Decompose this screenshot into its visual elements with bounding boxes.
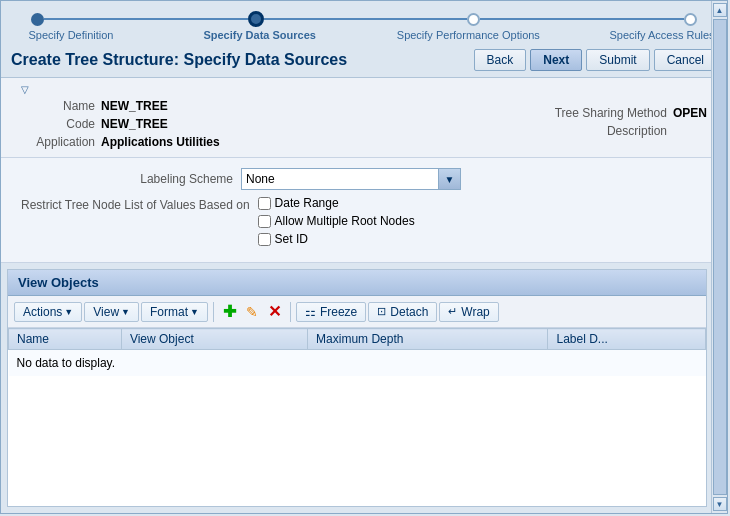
step1-dot (31, 13, 44, 26)
collapse-arrow[interactable]: ▽ (21, 84, 29, 95)
next-button[interactable]: Next (530, 49, 582, 71)
edit-button[interactable]: ✎ (242, 302, 262, 322)
step1-label: Specify Definition (11, 29, 131, 41)
tree-sharing-label: Tree Sharing Method (533, 106, 673, 120)
form-section: Labeling Scheme None ▼ Restrict Tree Nod… (1, 158, 727, 263)
labeling-scheme-select[interactable]: None ▼ (241, 168, 461, 190)
view-button[interactable]: View ▼ (84, 302, 139, 322)
view-objects-section: View Objects Actions ▼ View ▼ Format ▼ ✚… (7, 269, 707, 507)
table-container: Name View Object Maximum Depth Label D..… (8, 328, 706, 506)
no-data-cell: No data to display. (9, 350, 706, 377)
actions-button[interactable]: Actions ▼ (14, 302, 82, 322)
col-max-depth: Maximum Depth (308, 329, 548, 350)
cancel-button[interactable]: Cancel (654, 49, 717, 71)
back-button[interactable]: Back (474, 49, 527, 71)
step4-dot (684, 13, 697, 26)
detach-button[interactable]: ⊡ Detach (368, 302, 437, 322)
table-row: No data to display. (9, 350, 706, 377)
detach-icon: ⊡ (377, 305, 386, 318)
view-objects-header: View Objects (8, 270, 706, 296)
delete-button[interactable]: ✕ (264, 300, 285, 323)
wrap-button[interactable]: ↵ Wrap (439, 302, 498, 322)
multiple-root-nodes-label: Allow Multiple Root Nodes (275, 214, 415, 228)
set-id-label: Set ID (275, 232, 308, 246)
multiple-root-nodes-checkbox[interactable] (258, 215, 271, 228)
step2-dot (248, 11, 264, 27)
page-title: Create Tree Structure: Specify Data Sour… (11, 51, 347, 69)
select-arrow-icon[interactable]: ▼ (438, 169, 460, 189)
wrap-icon: ↵ (448, 305, 457, 318)
format-button[interactable]: Format ▼ (141, 302, 208, 322)
scroll-up-arrow[interactable]: ▲ (713, 3, 727, 17)
connector1 (44, 18, 248, 20)
date-range-label: Date Range (275, 196, 339, 210)
actions-chevron-icon: ▼ (64, 307, 73, 317)
set-id-checkbox[interactable] (258, 233, 271, 246)
page-header: Create Tree Structure: Specify Data Sour… (1, 45, 727, 78)
submit-button[interactable]: Submit (586, 49, 649, 71)
name-value: NEW_TREE (101, 99, 168, 113)
scroll-thumb[interactable] (713, 19, 727, 495)
toolbar-sep1 (213, 302, 214, 322)
col-name: Name (9, 329, 122, 350)
format-chevron-icon: ▼ (190, 307, 199, 317)
connector2 (264, 18, 468, 20)
code-label: Code (21, 117, 101, 131)
step2-label: Specify Data Sources (190, 29, 330, 41)
code-value: NEW_TREE (101, 117, 168, 131)
freeze-label: Freeze (320, 305, 357, 319)
delete-icon: ✕ (268, 302, 281, 321)
freeze-button[interactable]: ⚏ Freeze (296, 302, 366, 322)
step3-label: Specify Performance Options (388, 29, 548, 41)
right-scrollbar: ▲ ▼ (711, 1, 727, 513)
toolbar-sep2 (290, 302, 291, 322)
view-label: View (93, 305, 119, 319)
step4-label: Specify Access Rules (607, 29, 717, 41)
step3-dot (467, 13, 480, 26)
wrap-label: Wrap (461, 305, 489, 319)
info-section: ▽ Name NEW_TREE Code NEW_TREE Applicatio… (1, 78, 727, 158)
add-button[interactable]: ✚ (219, 300, 240, 323)
description-label: Description (533, 124, 673, 138)
toolbar: Actions ▼ View ▼ Format ▼ ✚ ✎ ✕ (8, 296, 706, 328)
tree-sharing-value: OPEN (673, 106, 707, 120)
format-label: Format (150, 305, 188, 319)
detach-label: Detach (390, 305, 428, 319)
labeling-scheme-value: None (242, 172, 438, 186)
col-view-object: View Object (121, 329, 307, 350)
restrict-label: Restrict Tree Node List of Values Based … (21, 198, 258, 212)
application-value: Applications Utilities (101, 135, 220, 149)
application-label: Application (21, 135, 101, 149)
scroll-down-arrow[interactable]: ▼ (713, 497, 727, 511)
freeze-icon: ⚏ (305, 305, 316, 319)
header-buttons: Back Next Submit Cancel (474, 49, 717, 71)
name-label: Name (21, 99, 101, 113)
checkbox-group: Date Range Allow Multiple Root Nodes Set… (258, 196, 415, 246)
actions-label: Actions (23, 305, 62, 319)
date-range-checkbox[interactable] (258, 197, 271, 210)
connector3 (480, 18, 684, 20)
view-chevron-icon: ▼ (121, 307, 130, 317)
add-icon: ✚ (223, 302, 236, 321)
labeling-scheme-label: Labeling Scheme (21, 172, 241, 186)
col-label: Label D... (548, 329, 706, 350)
data-table: Name View Object Maximum Depth Label D..… (8, 328, 706, 376)
edit-icon: ✎ (246, 304, 258, 320)
